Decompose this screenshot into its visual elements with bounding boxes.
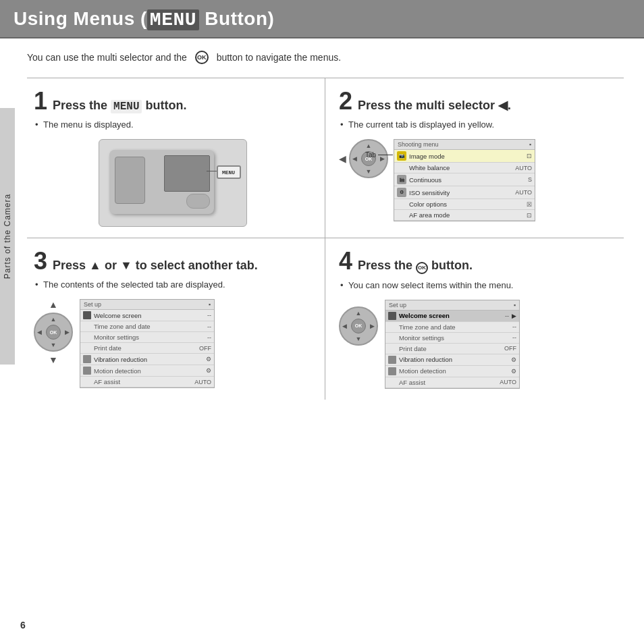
setup-menu-step4: Set up ▪ Welcome screen -- ▶ Time zone a… <box>385 300 520 389</box>
step-4-bullet: You can now select items within the menu… <box>339 279 610 292</box>
step-2-title: Press the multi selector ◀. <box>358 98 511 113</box>
menu-row-white-balance: White balance AUTO <box>394 163 535 173</box>
setup-row-timezone-4: Time zone and date -- <box>385 322 519 333</box>
step-3-title: Press ▲ or ▼ to select another tab. <box>53 259 258 273</box>
shooting-menu-display: Tab Shooting menu ▪ 📷 Image mode <box>394 139 535 221</box>
step-1-title: Press the MENU button. <box>53 99 186 113</box>
step-3-header: 3 Press ▲ or ▼ to select another tab. <box>34 249 311 273</box>
setup-row-vibration: Vibration reduction ⚙ <box>80 354 214 365</box>
page-header: Using Menus (MENU Button) <box>0 0 644 38</box>
side-tab-label: Parts of the Camera <box>3 194 12 279</box>
menu-button-label: MENU <box>217 165 241 179</box>
menu-row-image-mode: 📷 Image mode ⊡ <box>394 150 535 163</box>
step-3-bullet: The contents of the selected tab are dis… <box>34 279 311 291</box>
setup-camera-icon-4 <box>388 312 396 320</box>
shooting-menu: Shooting menu ▪ 📷 Image mode ⊡ White bal… <box>394 139 535 221</box>
setup-row-af: AF assist AUTO <box>80 377 214 387</box>
camera-image: MENU <box>99 139 247 227</box>
setup-title-bar-3: Set up ▪ <box>80 300 214 310</box>
menu-row-af-area: AF area mode ⊡ <box>394 210 535 221</box>
setup-title-bar-4: Set up ▪ <box>385 300 519 311</box>
setup-md-icon <box>83 367 91 375</box>
step-1-header: 1 Press the MENU button. <box>34 89 311 113</box>
setup-row-timezone: Time zone and date -- <box>80 321 214 332</box>
step-1: 1 Press the MENU button. The menu is dis… <box>27 78 325 238</box>
step-2-bullet: The current tab is displayed in yellow. <box>339 119 610 131</box>
setup-row-motion-4: Motion detection ⚙ <box>385 366 519 377</box>
side-tab: Parts of the Camera <box>0 108 15 365</box>
step-2-header: 2 Press the multi selector ◀. <box>339 89 610 113</box>
tab-indicator: Tab <box>365 151 393 159</box>
menu-title-bar: Shooting menu ▪ <box>394 140 535 150</box>
menu-row-continuous: 🎬 Continuous S <box>394 173 535 186</box>
setup-menu-step3: Set up ▪ Welcome screen -- Time zone and… <box>80 299 215 388</box>
step-2-visual: ◀ OK ▲ ▼ ◀ ▶ <box>339 139 610 221</box>
main-content: You can use the multi selector and the O… <box>0 38 644 412</box>
scene-tab-icon: 🎬 <box>397 175 406 184</box>
step-3-number: 3 <box>34 249 47 273</box>
page-title: Using Menus (MENU Button) <box>14 8 630 30</box>
iso-tab-icon: ⚙ <box>397 188 406 197</box>
step-2: 2 Press the multi selector ◀. The curren… <box>325 78 624 238</box>
setup-vr-icon <box>83 355 91 363</box>
multi-selector-step2: OK ▲ ▼ ◀ ▶ <box>349 139 388 178</box>
step4-ok-circle: OK <box>416 262 428 274</box>
steps-grid: 1 Press the MENU button. The menu is dis… <box>27 78 624 400</box>
intro-text: You can use the multi selector and the O… <box>27 51 624 64</box>
setup-vr-icon-4 <box>388 356 396 364</box>
selected-row-arrow: ▶ <box>512 313 516 319</box>
setup-row-vibration-4: Vibration reduction ⚙ <box>385 354 519 366</box>
setup-camera-icon <box>83 311 91 319</box>
step-3: 3 Press ▲ or ▼ to select another tab. Th… <box>27 238 325 400</box>
setup-row-monitor-4: Monitor settings -- <box>385 333 519 344</box>
setup-row-af-4: AF assist AUTO <box>385 377 519 388</box>
step-3-visual: ▲ OK ▲ ▼ ◀ ▶ ▼ <box>34 299 311 388</box>
menu-row-color-options: Color options ☒ <box>394 199 535 210</box>
camera-tab-icon: 📷 <box>397 151 406 161</box>
step-4-header: 4 Press the OK button. <box>339 249 610 274</box>
step-1-number: 1 <box>34 89 47 113</box>
setup-row-welcome-4: Welcome screen -- ▶ <box>385 311 519 322</box>
setup-row-printdate-4: Print date OFF <box>385 344 519 354</box>
ok-icon: OK <box>195 51 209 64</box>
setup-row-printdate: Print date OFF <box>80 343 214 354</box>
step4-selector: OK ▲ ▼ ◀ ▶ <box>339 306 378 346</box>
setup-row-monitor: Monitor settings -- <box>80 332 214 343</box>
step-4: 4 Press the OK button. You can now selec… <box>325 238 624 400</box>
step-4-number: 4 <box>339 249 352 273</box>
menu-keyword: MENU <box>147 9 199 30</box>
menu-row-iso: ⚙ ISO sensitivity AUTO <box>394 186 535 199</box>
setup-md-icon-4 <box>388 367 396 375</box>
setup-row-welcome: Welcome screen -- <box>80 310 214 321</box>
step3-selector: ▲ OK ▲ ▼ ◀ ▶ ▼ <box>34 299 73 365</box>
step-4-visual: OK ▲ ▼ ◀ ▶ Set up ▪ <box>339 300 610 389</box>
setup-row-motion: Motion detection ⚙ <box>80 365 214 377</box>
step-2-number: 2 <box>339 89 352 113</box>
page-number: 6 <box>20 620 26 630</box>
step-4-title: Press the OK button. <box>358 259 473 274</box>
step-1-bullet: The menu is displayed. <box>34 119 311 131</box>
